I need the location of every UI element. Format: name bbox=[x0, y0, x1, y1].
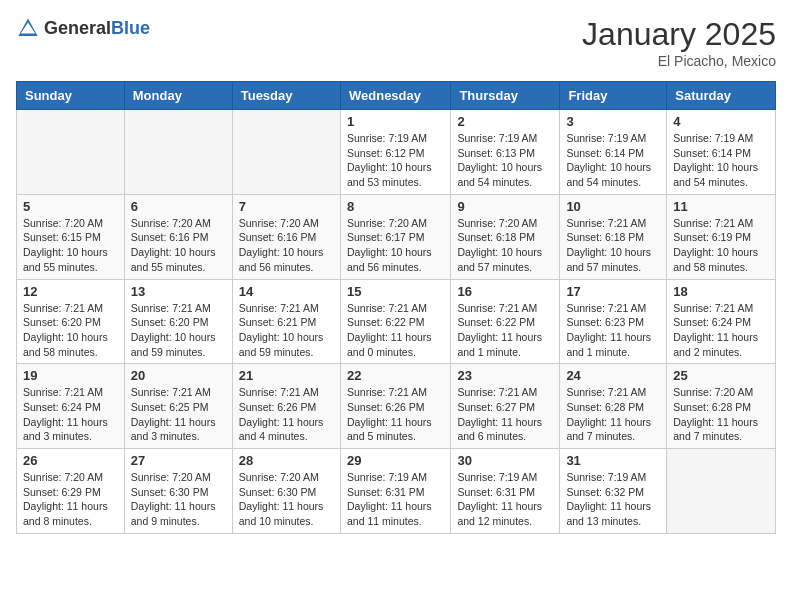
day-number: 13 bbox=[131, 284, 226, 299]
calendar-cell: 29Sunrise: 7:19 AM Sunset: 6:31 PM Dayli… bbox=[340, 449, 450, 534]
day-number: 8 bbox=[347, 199, 444, 214]
day-number: 11 bbox=[673, 199, 769, 214]
day-number: 5 bbox=[23, 199, 118, 214]
day-info: Sunrise: 7:19 AM Sunset: 6:31 PM Dayligh… bbox=[347, 470, 444, 529]
calendar-cell: 19Sunrise: 7:21 AM Sunset: 6:24 PM Dayli… bbox=[17, 364, 125, 449]
day-number: 20 bbox=[131, 368, 226, 383]
day-number: 29 bbox=[347, 453, 444, 468]
calendar-cell bbox=[124, 110, 232, 195]
title-area: January 2025 El Picacho, Mexico bbox=[582, 16, 776, 69]
month-title: January 2025 bbox=[582, 16, 776, 53]
calendar-cell: 5Sunrise: 7:20 AM Sunset: 6:15 PM Daylig… bbox=[17, 194, 125, 279]
calendar-cell: 21Sunrise: 7:21 AM Sunset: 6:26 PM Dayli… bbox=[232, 364, 340, 449]
day-number: 3 bbox=[566, 114, 660, 129]
day-info: Sunrise: 7:19 AM Sunset: 6:14 PM Dayligh… bbox=[673, 131, 769, 190]
day-number: 7 bbox=[239, 199, 334, 214]
calendar-cell: 6Sunrise: 7:20 AM Sunset: 6:16 PM Daylig… bbox=[124, 194, 232, 279]
day-header-monday: Monday bbox=[124, 82, 232, 110]
calendar-week-row: 1Sunrise: 7:19 AM Sunset: 6:12 PM Daylig… bbox=[17, 110, 776, 195]
calendar-table: SundayMondayTuesdayWednesdayThursdayFrid… bbox=[16, 81, 776, 534]
day-info: Sunrise: 7:21 AM Sunset: 6:19 PM Dayligh… bbox=[673, 216, 769, 275]
logo: GeneralBlue bbox=[16, 16, 150, 40]
day-info: Sunrise: 7:21 AM Sunset: 6:18 PM Dayligh… bbox=[566, 216, 660, 275]
calendar-cell: 13Sunrise: 7:21 AM Sunset: 6:20 PM Dayli… bbox=[124, 279, 232, 364]
calendar-cell: 8Sunrise: 7:20 AM Sunset: 6:17 PM Daylig… bbox=[340, 194, 450, 279]
day-number: 4 bbox=[673, 114, 769, 129]
calendar-cell bbox=[232, 110, 340, 195]
day-number: 17 bbox=[566, 284, 660, 299]
day-info: Sunrise: 7:19 AM Sunset: 6:14 PM Dayligh… bbox=[566, 131, 660, 190]
day-info: Sunrise: 7:21 AM Sunset: 6:24 PM Dayligh… bbox=[23, 385, 118, 444]
location-text: El Picacho, Mexico bbox=[582, 53, 776, 69]
calendar-cell: 17Sunrise: 7:21 AM Sunset: 6:23 PM Dayli… bbox=[560, 279, 667, 364]
day-info: Sunrise: 7:21 AM Sunset: 6:26 PM Dayligh… bbox=[347, 385, 444, 444]
day-header-wednesday: Wednesday bbox=[340, 82, 450, 110]
calendar-cell: 3Sunrise: 7:19 AM Sunset: 6:14 PM Daylig… bbox=[560, 110, 667, 195]
day-info: Sunrise: 7:21 AM Sunset: 6:20 PM Dayligh… bbox=[131, 301, 226, 360]
day-info: Sunrise: 7:21 AM Sunset: 6:22 PM Dayligh… bbox=[457, 301, 553, 360]
calendar-cell: 25Sunrise: 7:20 AM Sunset: 6:28 PM Dayli… bbox=[667, 364, 776, 449]
day-info: Sunrise: 7:20 AM Sunset: 6:30 PM Dayligh… bbox=[239, 470, 334, 529]
day-info: Sunrise: 7:19 AM Sunset: 6:32 PM Dayligh… bbox=[566, 470, 660, 529]
day-info: Sunrise: 7:21 AM Sunset: 6:24 PM Dayligh… bbox=[673, 301, 769, 360]
calendar-cell bbox=[667, 449, 776, 534]
day-info: Sunrise: 7:21 AM Sunset: 6:23 PM Dayligh… bbox=[566, 301, 660, 360]
day-number: 19 bbox=[23, 368, 118, 383]
logo-blue-text: Blue bbox=[111, 18, 150, 38]
day-number: 23 bbox=[457, 368, 553, 383]
day-info: Sunrise: 7:21 AM Sunset: 6:27 PM Dayligh… bbox=[457, 385, 553, 444]
calendar-cell: 2Sunrise: 7:19 AM Sunset: 6:13 PM Daylig… bbox=[451, 110, 560, 195]
calendar-cell: 26Sunrise: 7:20 AM Sunset: 6:29 PM Dayli… bbox=[17, 449, 125, 534]
day-number: 25 bbox=[673, 368, 769, 383]
calendar-cell: 18Sunrise: 7:21 AM Sunset: 6:24 PM Dayli… bbox=[667, 279, 776, 364]
calendar-cell: 15Sunrise: 7:21 AM Sunset: 6:22 PM Dayli… bbox=[340, 279, 450, 364]
day-number: 12 bbox=[23, 284, 118, 299]
calendar-cell: 4Sunrise: 7:19 AM Sunset: 6:14 PM Daylig… bbox=[667, 110, 776, 195]
day-number: 6 bbox=[131, 199, 226, 214]
logo-general-text: General bbox=[44, 18, 111, 38]
day-header-tuesday: Tuesday bbox=[232, 82, 340, 110]
day-number: 24 bbox=[566, 368, 660, 383]
calendar-cell: 20Sunrise: 7:21 AM Sunset: 6:25 PM Dayli… bbox=[124, 364, 232, 449]
calendar-cell: 22Sunrise: 7:21 AM Sunset: 6:26 PM Dayli… bbox=[340, 364, 450, 449]
calendar-cell: 24Sunrise: 7:21 AM Sunset: 6:28 PM Dayli… bbox=[560, 364, 667, 449]
day-info: Sunrise: 7:20 AM Sunset: 6:16 PM Dayligh… bbox=[131, 216, 226, 275]
calendar-cell: 7Sunrise: 7:20 AM Sunset: 6:16 PM Daylig… bbox=[232, 194, 340, 279]
day-header-thursday: Thursday bbox=[451, 82, 560, 110]
calendar-week-row: 19Sunrise: 7:21 AM Sunset: 6:24 PM Dayli… bbox=[17, 364, 776, 449]
day-info: Sunrise: 7:21 AM Sunset: 6:28 PM Dayligh… bbox=[566, 385, 660, 444]
day-number: 18 bbox=[673, 284, 769, 299]
day-info: Sunrise: 7:19 AM Sunset: 6:13 PM Dayligh… bbox=[457, 131, 553, 190]
day-info: Sunrise: 7:19 AM Sunset: 6:12 PM Dayligh… bbox=[347, 131, 444, 190]
calendar-cell: 12Sunrise: 7:21 AM Sunset: 6:20 PM Dayli… bbox=[17, 279, 125, 364]
calendar-cell: 1Sunrise: 7:19 AM Sunset: 6:12 PM Daylig… bbox=[340, 110, 450, 195]
day-info: Sunrise: 7:21 AM Sunset: 6:26 PM Dayligh… bbox=[239, 385, 334, 444]
calendar-cell: 9Sunrise: 7:20 AM Sunset: 6:18 PM Daylig… bbox=[451, 194, 560, 279]
calendar-cell: 30Sunrise: 7:19 AM Sunset: 6:31 PM Dayli… bbox=[451, 449, 560, 534]
day-info: Sunrise: 7:20 AM Sunset: 6:29 PM Dayligh… bbox=[23, 470, 118, 529]
calendar-cell: 27Sunrise: 7:20 AM Sunset: 6:30 PM Dayli… bbox=[124, 449, 232, 534]
day-number: 14 bbox=[239, 284, 334, 299]
day-number: 28 bbox=[239, 453, 334, 468]
day-info: Sunrise: 7:20 AM Sunset: 6:30 PM Dayligh… bbox=[131, 470, 226, 529]
day-info: Sunrise: 7:20 AM Sunset: 6:28 PM Dayligh… bbox=[673, 385, 769, 444]
calendar-week-row: 26Sunrise: 7:20 AM Sunset: 6:29 PM Dayli… bbox=[17, 449, 776, 534]
calendar-header-row: SundayMondayTuesdayWednesdayThursdayFrid… bbox=[17, 82, 776, 110]
calendar-cell: 11Sunrise: 7:21 AM Sunset: 6:19 PM Dayli… bbox=[667, 194, 776, 279]
day-number: 15 bbox=[347, 284, 444, 299]
day-info: Sunrise: 7:21 AM Sunset: 6:20 PM Dayligh… bbox=[23, 301, 118, 360]
day-number: 9 bbox=[457, 199, 553, 214]
day-number: 31 bbox=[566, 453, 660, 468]
day-number: 16 bbox=[457, 284, 553, 299]
day-info: Sunrise: 7:20 AM Sunset: 6:15 PM Dayligh… bbox=[23, 216, 118, 275]
day-number: 22 bbox=[347, 368, 444, 383]
day-number: 26 bbox=[23, 453, 118, 468]
calendar-week-row: 12Sunrise: 7:21 AM Sunset: 6:20 PM Dayli… bbox=[17, 279, 776, 364]
day-info: Sunrise: 7:19 AM Sunset: 6:31 PM Dayligh… bbox=[457, 470, 553, 529]
calendar-cell bbox=[17, 110, 125, 195]
calendar-cell: 28Sunrise: 7:20 AM Sunset: 6:30 PM Dayli… bbox=[232, 449, 340, 534]
day-info: Sunrise: 7:20 AM Sunset: 6:17 PM Dayligh… bbox=[347, 216, 444, 275]
calendar-cell: 23Sunrise: 7:21 AM Sunset: 6:27 PM Dayli… bbox=[451, 364, 560, 449]
logo-icon bbox=[16, 16, 40, 40]
day-header-friday: Friday bbox=[560, 82, 667, 110]
